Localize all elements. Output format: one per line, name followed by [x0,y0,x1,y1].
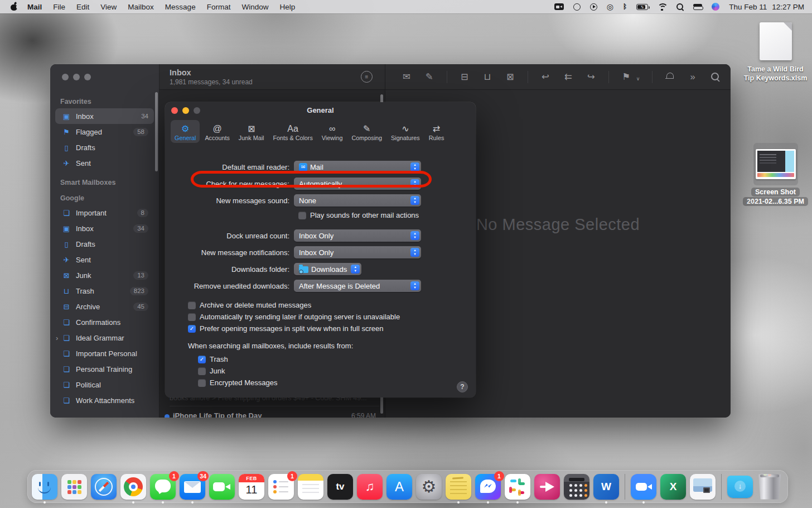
menu-item-file[interactable]: File [47,3,71,11]
dock-item-syspref[interactable]: ⚙ [416,474,442,500]
menu-item-window[interactable]: Window [236,3,274,11]
message-row[interactable]: iPhone Life Tip of the Day 6:59 AM [160,410,385,418]
search-icon[interactable] [710,71,721,83]
popup-dock-unread-count-[interactable]: Inbox Only [294,229,421,242]
tab-accounts[interactable]: @Accounts [201,120,233,143]
sidebar-scrollbar[interactable] [155,92,158,171]
desktop-file-screenshot[interactable]: Screen Shot 2021-02...6.35 PM [735,143,812,207]
sidebar-item-sent[interactable]: ✈Sent [55,252,154,267]
dock-item-downloads[interactable] [727,474,753,500]
battery-charging-icon[interactable]: ϟ [636,4,648,10]
checkbox-encrypted-messages[interactable] [198,379,206,387]
wifi-icon[interactable] [658,3,666,11]
profile-icon[interactable] [712,3,719,11]
popup-new-message-notifications-[interactable]: Inbox Only [294,246,421,258]
flag-icon[interactable]: ⚑ [621,71,632,82]
checkbox-prefer-opening-messages-in-split-view-when-in-full-screen[interactable]: ✓ [188,325,196,333]
spotlight-icon[interactable] [676,3,684,11]
tab-signatures[interactable]: ∿Signatures [387,120,424,143]
sidebar-item-inbox[interactable]: ▣Inbox34 [55,221,154,236]
sidebar-item-archive[interactable]: ⊟Archive45 [55,299,154,314]
sidebar-item-political[interactable]: ❏Political [55,377,154,392]
dock-item-excel[interactable]: X [660,474,686,500]
tab-composing[interactable]: ✎Composing [347,120,386,143]
mute-icon[interactable] [664,71,675,83]
sidebar-item-sent[interactable]: ✈Sent [55,155,154,171]
dock-item-finder[interactable] [32,474,57,500]
more-icon[interactable]: » [687,71,698,82]
tab-fonts-colors[interactable]: AaFonts & Colors [269,120,316,143]
tab-junk-mail[interactable]: ⊠Junk Mail [235,120,268,143]
sidebar-item-work-attachments[interactable]: ❏Work Attachments [55,392,154,408]
menu-item-message[interactable]: Message [160,3,201,11]
control-center-icon[interactable] [693,4,702,10]
play-icon[interactable] [590,3,597,11]
minimize-button[interactable] [182,107,189,114]
menu-item-help[interactable]: Help [274,3,301,11]
menu-item-view[interactable]: View [95,3,122,11]
archive-icon[interactable]: ⊟ [459,71,470,82]
dock-item-reminders[interactable]: 1 [268,474,294,500]
popup-new-messages-sound-[interactable]: None [294,194,421,207]
sidebar-item-important[interactable]: ❏Important8 [55,205,154,221]
sidebar-item-flagged[interactable]: ⚑Flagged58 [55,124,154,140]
checkbox-automatically-try-sending-later-if-outgoing-server-is-unavailable[interactable] [188,313,196,321]
sidebar-item-personal-training[interactable]: ❏Personal Training [55,361,154,377]
dock-item-trash-bin[interactable] [757,474,782,500]
menu-clock[interactable]: Thu Feb 11 12:27 PM [729,3,804,11]
dock-item-slack[interactable] [505,474,530,500]
checkbox-archive-or-delete-muted-messages[interactable] [188,301,196,309]
checkbox-trash[interactable]: ✓ [198,356,206,363]
get-mail-icon[interactable]: ✉ [401,71,412,82]
sidebar-item-drafts[interactable]: ▯Drafts [55,236,154,252]
tab-general[interactable]: ⚙General [171,120,200,143]
sidebar-item-drafts[interactable]: ▯Drafts [55,140,154,155]
popup-downloads-folder-[interactable]: Downloads [294,263,361,275]
dock-item-zoomapp[interactable] [631,474,656,500]
apple-menu-icon[interactable] [11,2,18,11]
reply-all-icon[interactable]: ⇇ [563,71,574,82]
desktop-file-xlsm[interactable]: Tame a Wild Bird Tip Keywords.xlsm [735,22,812,83]
dock-item-skitch[interactable] [534,474,560,500]
trash-icon[interactable]: ⊔ [482,71,493,82]
dock-item-facetime[interactable] [209,474,235,500]
help-button[interactable]: ? [457,381,468,392]
popup-check-for-new-messages-[interactable]: Automatically [294,178,421,190]
dock-item-messenger[interactable]: 1 [475,474,501,500]
dock-item-launchpad[interactable] [61,474,87,500]
close-button[interactable] [171,107,178,114]
dock-item-chrome[interactable] [120,474,146,500]
menu-item-edit[interactable]: Edit [71,3,95,11]
reply-icon[interactable]: ↩ [540,71,551,82]
creative-cloud-icon[interactable] [573,3,581,11]
menu-item-mailbox[interactable]: Mailbox [122,3,160,11]
sidebar-item-inbox[interactable]: ▣Inbox34 [55,108,154,124]
forward-icon[interactable]: ↪ [586,71,597,82]
dock-item-word[interactable]: W [593,474,619,500]
junk-icon[interactable]: ⊠ [505,71,516,82]
filter-icon[interactable]: ≡ [361,71,373,83]
close-button[interactable] [62,74,69,80]
sidebar-item-junk[interactable]: ⊠Junk13 [55,267,154,283]
menu-item-format[interactable]: Format [201,3,236,11]
menu-app-name[interactable]: Mail [22,3,47,11]
sidebar-item-ideal-grammar[interactable]: ›❏Ideal Grammar [55,330,154,346]
popup-remove-unedited-downloads-[interactable]: After Message is Deleted [294,280,421,292]
checkbox-play-sounds-for-other-mail-actions[interactable] [298,212,306,219]
bluetooth-icon[interactable]: ᛒ [623,3,627,11]
tab-viewing[interactable]: ∞Viewing [318,120,347,143]
zoom-button[interactable] [84,74,91,80]
dock-item-stickies[interactable] [446,474,471,500]
dock-item-calculator[interactable] [564,474,589,500]
compose-icon[interactable]: ✎ [424,71,435,82]
dock-item-preview[interactable] [690,474,716,500]
dock-item-notes[interactable] [298,474,323,500]
dock-item-calendar[interactable]: FEB11 [239,474,264,500]
minimize-button[interactable] [73,74,80,80]
dock-item-appstore[interactable]: A [386,474,412,500]
disclosure-chevron-icon[interactable]: › [56,334,61,342]
tab-rules[interactable]: ⇄Rules [425,120,448,143]
flag-chevron-icon[interactable]: ∨ [636,72,640,82]
sidebar-item-important-personal[interactable]: ❏Important Personal [55,346,154,361]
zoom-video-icon[interactable] [554,3,564,10]
